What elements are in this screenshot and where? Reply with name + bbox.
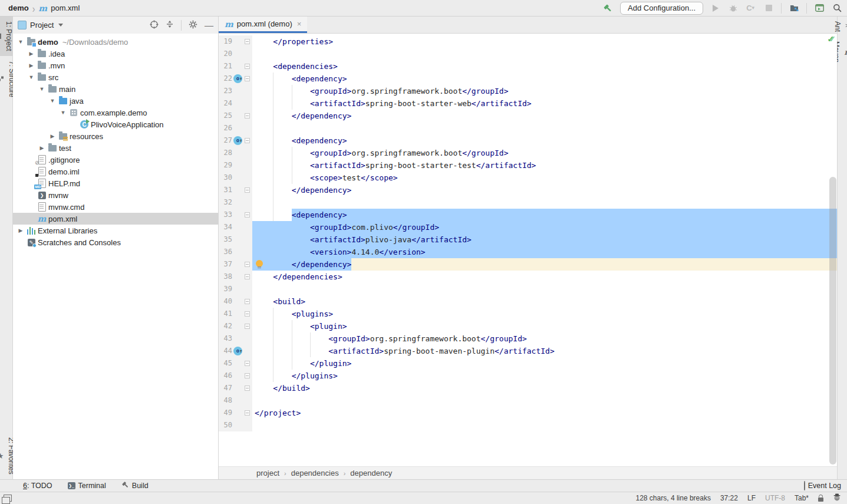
code-line-50[interactable]: 50: [219, 419, 837, 431]
editor-tab-pom-xml[interactable]: m pom.xml (demo) ×: [219, 17, 307, 33]
tree-item-src[interactable]: ▼src: [13, 71, 218, 83]
code-text[interactable]: <groupId>org.springframework.boot</group…: [252, 147, 837, 159]
code-line-35[interactable]: 35 <artifactId>plivo-java</artifactId>: [219, 233, 837, 246]
code-text[interactable]: <dependencies>: [252, 60, 837, 73]
code-text[interactable]: <plugins>: [252, 308, 837, 320]
stop-icon[interactable]: [763, 3, 774, 14]
tree-expand-arrow-icon[interactable]: ▼: [15, 39, 26, 45]
code-text[interactable]: </dependencies>: [252, 271, 837, 283]
code-editor[interactable]: 19 </properties>2021 <dependencies>22o↑ …: [219, 34, 837, 466]
fold-marker-icon[interactable]: [245, 39, 250, 44]
code-text[interactable]: <version>4.14.0</version>: [252, 246, 837, 258]
code-text[interactable]: [252, 196, 837, 209]
code-line-48[interactable]: 48: [219, 394, 837, 407]
code-text[interactable]: <build>: [252, 295, 837, 308]
code-line-41[interactable]: 41 <plugins>: [219, 308, 837, 320]
fold-marker-icon[interactable]: [245, 373, 250, 378]
code-line-34[interactable]: 34 <groupId>com.plivo</groupId>: [219, 221, 837, 233]
code-line-32[interactable]: 32: [219, 196, 837, 209]
code-text[interactable]: <dependency>: [252, 134, 837, 147]
intention-lightbulb-icon[interactable]: [256, 260, 263, 267]
tree-expand-arrow-icon[interactable]: ▼: [47, 98, 58, 104]
code-text[interactable]: <dependency>: [252, 209, 837, 221]
search-icon[interactable]: [832, 3, 842, 14]
breadcrumb-project[interactable]: demo: [8, 4, 29, 12]
code-line-49[interactable]: 49</project>: [219, 407, 837, 419]
code-line-31[interactable]: 31 </dependency>: [219, 184, 837, 196]
event-log-button[interactable]: Event Log: [804, 482, 841, 490]
fold-marker-icon[interactable]: [245, 299, 250, 304]
code-line-28[interactable]: 28 <groupId>org.springframework.boot</gr…: [219, 147, 837, 159]
add-configuration-button[interactable]: Add Configuration...: [620, 2, 703, 15]
code-text[interactable]: <groupId>org.springframework.boot</group…: [252, 332, 837, 345]
status-utf-8[interactable]: UTF-8: [765, 494, 785, 502]
fold-marker-icon[interactable]: [245, 262, 250, 267]
code-line-24[interactable]: 24 <artifactId>spring-boot-starter-web</…: [219, 97, 837, 110]
fold-marker-icon[interactable]: [245, 361, 250, 366]
tree-item-resources[interactable]: ▶resources: [13, 130, 218, 142]
code-text[interactable]: [252, 122, 837, 134]
code-text[interactable]: [252, 419, 837, 431]
code-text[interactable]: <plugin>: [252, 320, 837, 332]
code-text[interactable]: <artifactId>spring-boot-maven-plugin</ar…: [252, 345, 837, 357]
tree-item-main[interactable]: ▼main: [13, 83, 218, 95]
tree-item-scratches-and-consoles[interactable]: ✎Scratches and Consoles: [13, 236, 218, 248]
tree-item-help-md[interactable]: MDHELP.md: [13, 177, 218, 189]
code-line-29[interactable]: 29 <artifactId>spring-boot-starter-test<…: [219, 159, 837, 172]
tree-expand-arrow-icon[interactable]: ▼: [26, 74, 37, 80]
code-line-47[interactable]: 47 </build>: [219, 382, 837, 394]
code-line-38[interactable]: 38 </dependencies>: [219, 271, 837, 283]
fold-marker-icon[interactable]: [245, 324, 250, 329]
tool-window-button-build[interactable]: Build: [121, 481, 149, 490]
scrollbar-thumb[interactable]: [829, 177, 836, 465]
status-tab-[interactable]: Tab*: [795, 494, 809, 502]
fold-marker-icon[interactable]: [245, 386, 250, 391]
code-text[interactable]: <artifactId>plivo-java</artifactId>: [252, 233, 837, 246]
code-line-27[interactable]: 27o↑ <dependency>: [219, 134, 837, 147]
fold-marker-icon[interactable]: [245, 113, 250, 118]
code-line-22[interactable]: 22o↑ <dependency>: [219, 73, 837, 85]
tree-collapse-arrow-icon[interactable]: ▶: [15, 228, 26, 233]
code-text[interactable]: </plugin>: [252, 357, 837, 370]
code-line-21[interactable]: 21 <dependencies>: [219, 60, 837, 73]
code-line-39[interactable]: 39: [219, 283, 837, 295]
tree-item-mvnw-cmd[interactable]: mvnw.cmd: [13, 201, 218, 213]
tree-expand-arrow-icon[interactable]: ▼: [58, 110, 68, 116]
code-text[interactable]: <scope>test</scope>: [252, 172, 837, 184]
code-text[interactable]: <artifactId>spring-boot-starter-web</art…: [252, 97, 837, 110]
debug-icon[interactable]: [728, 3, 739, 14]
tree-collapse-arrow-icon[interactable]: ▶: [47, 133, 58, 139]
tree-collapse-arrow-icon[interactable]: ▶: [37, 145, 47, 151]
code-line-45[interactable]: 45 </plugin>: [219, 357, 837, 370]
locate-target-icon[interactable]: [150, 20, 159, 31]
tree-item-test[interactable]: ▶test: [13, 142, 218, 154]
code-line-20[interactable]: 20: [219, 48, 837, 60]
fold-marker-icon[interactable]: [245, 311, 250, 317]
hide-panel-icon[interactable]: —: [205, 20, 213, 30]
inspection-profile-icon[interactable]: [833, 493, 841, 503]
code-line-33[interactable]: 33 <dependency>: [219, 209, 837, 221]
tool-stripe-button-1-project[interactable]: 1: Project: [0, 17, 13, 56]
tool-window-switcher-icon[interactable]: [4, 495, 12, 502]
maven-dependency-gutter-icon[interactable]: o↑: [233, 136, 242, 145]
tool-window-button-terminal[interactable]: ❯_Terminal: [68, 482, 106, 490]
code-line-19[interactable]: 19 </properties>: [219, 35, 837, 48]
code-text[interactable]: <dependency>: [252, 73, 837, 85]
fold-marker-icon[interactable]: [245, 274, 250, 279]
tool-window-button-6-todo[interactable]: 6: TODO: [20, 482, 52, 490]
code-line-42[interactable]: 42 <plugin>: [219, 320, 837, 332]
tree-expand-arrow-icon[interactable]: ▼: [37, 86, 47, 92]
breadcrumb-file[interactable]: pom.xml: [51, 4, 80, 12]
settings-gear-icon[interactable]: [189, 20, 197, 31]
tree-item-com-example-demo[interactable]: ▼com.example.demo: [13, 107, 218, 118]
code-text[interactable]: </dependency>: [252, 110, 837, 122]
collapse-all-icon[interactable]: [166, 20, 174, 30]
maven-dependency-gutter-icon[interactable]: o↑: [233, 74, 242, 83]
code-text[interactable]: </properties>: [252, 35, 837, 48]
code-line-36[interactable]: 36 <version>4.14.0</version>: [219, 246, 837, 258]
run-icon[interactable]: [710, 3, 721, 14]
tree-item-external-libraries[interactable]: ▶External Libraries: [13, 225, 218, 236]
fold-marker-icon[interactable]: [245, 410, 250, 416]
tree-collapse-arrow-icon[interactable]: ▶: [26, 62, 37, 68]
code-text[interactable]: </build>: [252, 382, 837, 394]
